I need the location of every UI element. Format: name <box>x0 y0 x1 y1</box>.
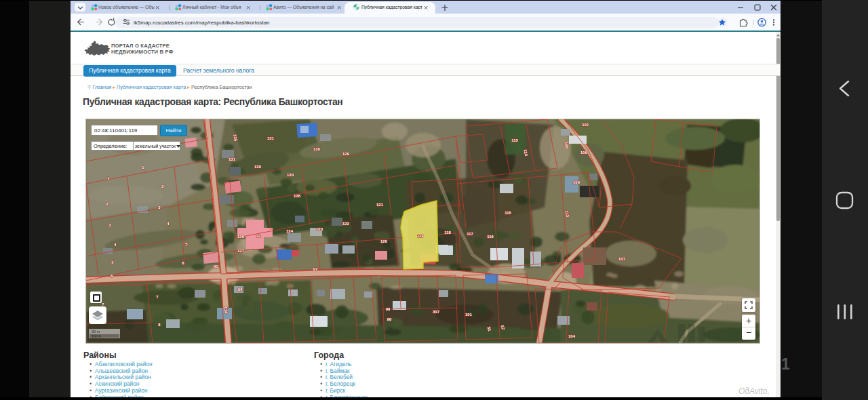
svg-text:119: 119 <box>417 234 424 238</box>
svg-text:116: 116 <box>487 235 494 239</box>
svg-text:129: 129 <box>342 152 350 156</box>
svg-text:122: 122 <box>342 222 350 226</box>
svg-text:307: 307 <box>433 310 440 314</box>
svg-text:115: 115 <box>505 211 511 215</box>
svg-text:123: 123 <box>316 227 323 231</box>
svg-text:130: 130 <box>313 147 321 151</box>
svg-text:72: 72 <box>256 234 261 238</box>
svg-text:101: 101 <box>465 313 473 317</box>
svg-text:129: 129 <box>287 173 294 177</box>
svg-text:118: 118 <box>444 231 451 235</box>
svg-text:109: 109 <box>580 151 588 155</box>
svg-text:127: 127 <box>237 249 245 253</box>
svg-text:131: 131 <box>267 136 275 140</box>
svg-text:107: 107 <box>618 257 626 261</box>
svg-text:109: 109 <box>573 180 580 184</box>
svg-text:104: 104 <box>568 334 576 338</box>
svg-text:99: 99 <box>386 307 391 311</box>
svg-text:94: 94 <box>238 287 243 292</box>
svg-text:124: 124 <box>286 229 294 233</box>
svg-text:130: 130 <box>254 165 262 169</box>
svg-text:95: 95 <box>214 264 218 268</box>
svg-text:134: 134 <box>224 306 229 314</box>
svg-text:117: 117 <box>467 232 473 236</box>
svg-text:97: 97 <box>313 267 318 271</box>
svg-text:131: 131 <box>229 157 236 161</box>
svg-text:120: 120 <box>380 239 388 243</box>
svg-text:121: 121 <box>376 203 384 207</box>
svg-text:128: 128 <box>294 194 301 198</box>
svg-text:126: 126 <box>237 235 245 239</box>
svg-text:98: 98 <box>387 317 392 321</box>
svg-text:115: 115 <box>511 138 518 142</box>
svg-text:ik5map.roscadastres.com/map/re: ik5map.roscadastres.com/map/respublika-b… <box>134 20 270 26</box>
svg-text:110: 110 <box>582 123 589 127</box>
